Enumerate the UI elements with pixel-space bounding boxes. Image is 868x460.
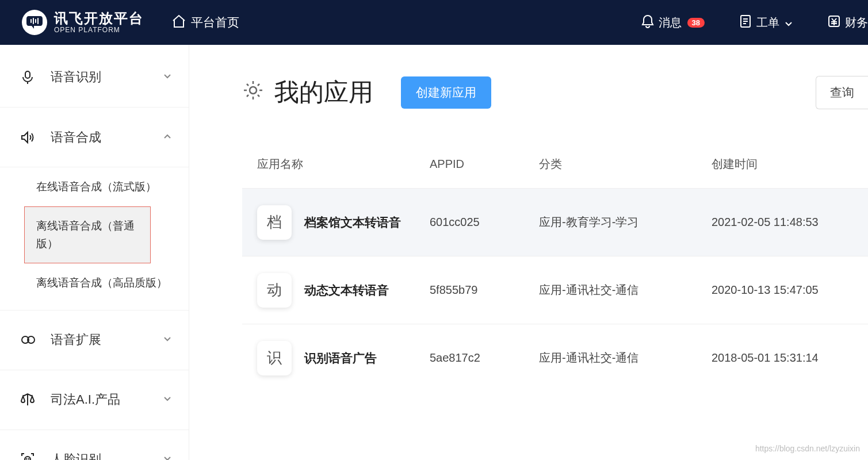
page-title-row: 我的应用 创建新应用: [242, 76, 868, 109]
sidebar-item-label: 司法A.I.产品: [51, 391, 162, 408]
table-row[interactable]: 档 档案馆文本转语音 601cc025 应用-教育学习-学习 2021-02-0…: [242, 188, 868, 256]
sidebar-item-label: 语音合成: [51, 129, 162, 146]
chevron-up-icon: [162, 130, 173, 145]
nav-home[interactable]: 平台首页: [171, 14, 239, 31]
app-name: 识别语音广告: [304, 350, 377, 366]
page-title-text: 我的应用: [274, 76, 373, 109]
messages-badge: 38: [687, 18, 705, 28]
app-category: 应用-通讯社交-通信: [539, 350, 712, 366]
svg-point-12: [25, 457, 30, 460]
svg-point-14: [29, 459, 29, 459]
app-id: 5f855b79: [430, 283, 539, 297]
app-id: 5ae817c2: [430, 351, 539, 365]
voice-ext-icon: [18, 332, 37, 348]
header-bar: 讯飞开放平台 OPEN PLATFORM 平台首页 消息 38: [0, 0, 868, 45]
watermark: https://blog.csdn.net/lzyzuixin: [755, 444, 860, 453]
col-appid: APPID: [430, 158, 539, 171]
sidebar-subitem-offline-tts-standard[interactable]: 离线语音合成（普通版）: [24, 206, 151, 263]
nav-tickets-label: 工单: [756, 15, 779, 30]
app-badge: 识: [257, 341, 292, 375]
scales-icon: [18, 392, 37, 408]
col-created: 创建时间: [712, 156, 868, 172]
app-category: 应用-教育学习-学习: [539, 214, 712, 230]
create-app-button[interactable]: 创建新应用: [401, 76, 491, 109]
sidebar-subitem-online-tts[interactable]: 在线语音合成（流式版）: [0, 167, 189, 206]
ticket-icon: [739, 14, 752, 31]
logo-title: 讯飞开放平台: [54, 11, 144, 26]
nav-tickets[interactable]: 工单: [739, 14, 793, 31]
logo[interactable]: 讯飞开放平台 OPEN PLATFORM: [22, 10, 144, 35]
sidebar-item-face[interactable]: 人脸识别: [0, 430, 189, 460]
chevron-down-icon: [162, 332, 173, 347]
app-created: 2020-10-13 15:47:05: [712, 283, 868, 297]
home-icon: [171, 14, 186, 31]
app-created: 2018-05-01 15:31:14: [712, 351, 868, 365]
app-category: 应用-通讯社交-通信: [539, 282, 712, 298]
table-header: 应用名称 APPID 分类 创建时间: [242, 156, 868, 172]
chevron-down-icon: [162, 452, 173, 460]
main-content: 我的应用 创建新应用 查询 应用名称 APPID 分类 创建时间 档 档案馆文本…: [189, 45, 868, 460]
app-name: 档案馆文本转语音: [304, 214, 401, 231]
sidebar-item-label: 语音识别: [51, 68, 162, 86]
nav-finance[interactable]: 财务: [828, 15, 868, 30]
nav-messages-label: 消息: [659, 15, 682, 30]
sidebar-item-asr[interactable]: 语音识别: [0, 47, 189, 107]
table-row[interactable]: 动 动态文本转语音 5f855b79 应用-通讯社交-通信 2020-10-13…: [242, 256, 868, 324]
nav-home-label: 平台首页: [191, 14, 239, 30]
speaker-icon: [18, 129, 37, 145]
table-row[interactable]: 识 识别语音广告 5ae817c2 应用-通讯社交-通信 2018-05-01 …: [242, 324, 868, 392]
yuan-icon: [828, 15, 840, 30]
nav-messages[interactable]: 消息 38: [641, 14, 705, 31]
nav-finance-label: 财务: [845, 15, 868, 30]
sidebar-submenu-tts: 在线语音合成（流式版） 离线语音合成（普通版） 离线语音合成（高品质版）: [0, 167, 189, 310]
sidebar: 语音识别 语音合成 在线语音合成（流式版） 离线语音合成（普通版） 离线语音合成…: [0, 45, 189, 460]
sidebar-item-voice-ext[interactable]: 语音扩展: [0, 310, 189, 370]
sidebar-item-label: 人脸识别: [51, 451, 162, 460]
svg-rect-9: [25, 71, 30, 78]
svg-point-13: [26, 459, 27, 459]
chevron-down-icon: [162, 392, 173, 407]
page-title: 我的应用: [242, 76, 373, 109]
sidebar-item-judicial-ai[interactable]: 司法A.I.产品: [0, 370, 189, 430]
col-category: 分类: [539, 156, 712, 172]
chevron-down-icon: [784, 18, 793, 27]
app-badge: 动: [257, 273, 292, 308]
chevron-down-icon: [162, 70, 173, 85]
col-name: 应用名称: [257, 156, 430, 172]
query-button[interactable]: 查询: [816, 76, 868, 109]
logo-subtitle: OPEN PLATFORM: [54, 26, 144, 34]
mic-icon: [18, 69, 37, 85]
app-created: 2021-02-05 11:48:53: [712, 216, 868, 229]
face-icon: [18, 451, 37, 460]
gear-icon: [242, 79, 264, 107]
logo-mark-icon: [22, 10, 47, 35]
svg-point-15: [250, 87, 257, 94]
bell-icon: [641, 14, 654, 31]
sidebar-item-label: 语音扩展: [51, 331, 162, 348]
sidebar-subitem-offline-tts-hq[interactable]: 离线语音合成（高品质版）: [0, 263, 189, 302]
sidebar-item-tts[interactable]: 语音合成: [0, 107, 189, 167]
app-name: 动态文本转语音: [304, 282, 389, 298]
app-table: 应用名称 APPID 分类 创建时间 档 档案馆文本转语音 601cc025 应…: [242, 156, 868, 392]
app-badge: 档: [257, 205, 292, 240]
app-id: 601cc025: [430, 216, 539, 229]
